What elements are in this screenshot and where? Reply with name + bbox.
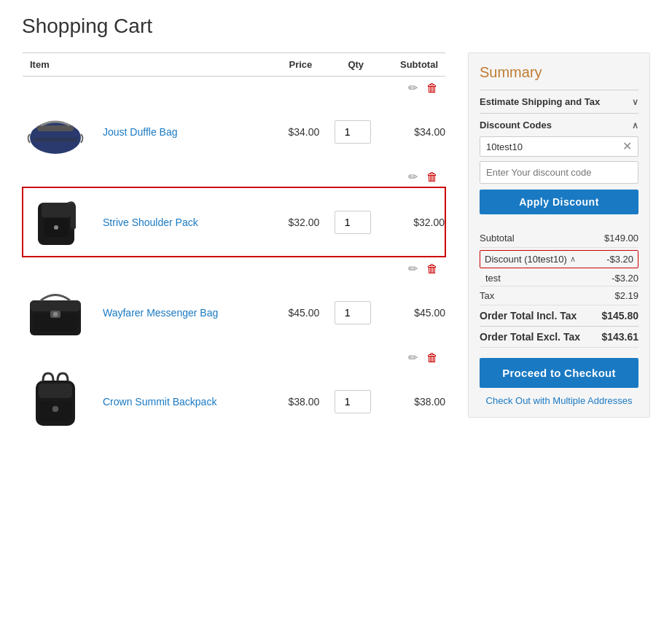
cart-item-row-2: Wayfarer Messenger Bag $45.00 $45.00 (23, 279, 445, 346)
order-total-excl-label: Order Total Excl. Tax (480, 331, 580, 343)
tax-row: Tax $2.19 (480, 287, 638, 305)
col-header-qty: Qty (319, 53, 371, 77)
qty-input-0[interactable] (335, 120, 371, 144)
item-name-link-1[interactable]: Strive Shoulder Pack (103, 217, 198, 228)
item-name-0: Joust Duffle Bag (103, 98, 266, 165)
col-header-subtotal: Subtotal (371, 53, 445, 77)
item-qty-1 (319, 187, 371, 257)
summary-totals: Subtotal $149.00 Discount (10test10) ∧ -… (480, 229, 638, 406)
discount-value: -$3.20 (606, 254, 633, 265)
order-total-excl-row: Order Total Excl. Tax $143.61 (480, 327, 638, 348)
applied-discount-tag: 10test10 ✕ (480, 136, 638, 157)
edit-item-button-2[interactable]: ✏ (407, 260, 419, 277)
cart-section: Item Price Qty Subtotal ✏ 🗑 (22, 52, 446, 435)
discount-code-input[interactable] (480, 161, 638, 184)
item-subtotal-1: $32.00 (371, 187, 445, 257)
subtotal-value: $149.00 (604, 233, 638, 244)
item-image-2 (23, 279, 103, 346)
cart-item-actions-1: ✏ 🗑 (23, 165, 445, 187)
delete-item-button-0[interactable]: 🗑 (425, 80, 439, 96)
item-subtotal-2: $45.00 (371, 279, 445, 346)
discount-codes-header[interactable]: Discount Codes ∧ (480, 120, 638, 136)
order-total-incl-label: Order Total Incl. Tax (480, 310, 577, 322)
discount-row: Discount (10test10) ∧ -$3.20 (480, 250, 638, 268)
item-name-3: Crown Summit Backpack (103, 367, 266, 435)
cart-item-actions-0: ✏ 🗑 (23, 77, 445, 98)
order-total-excl-value: $143.61 (601, 331, 638, 343)
qty-input-2[interactable] (335, 301, 371, 324)
edit-item-button-0[interactable]: ✏ (407, 79, 419, 96)
svg-rect-9 (30, 300, 81, 311)
item-price-0: $34.00 (266, 98, 319, 165)
item-name-link-3[interactable]: Crown Summit Backpack (103, 396, 216, 408)
item-image-0 (23, 98, 103, 165)
discount-sub-row: test -$3.20 (480, 270, 638, 287)
delete-item-button-1[interactable]: 🗑 (425, 169, 439, 185)
item-price-2: $45.00 (266, 279, 319, 346)
svg-rect-17 (53, 406, 58, 412)
item-name-2: Wayfarer Messenger Bag (103, 279, 266, 346)
discount-codes-section: Discount Codes ∧ 10test10 ✕ Apply Discou… (480, 113, 638, 220)
cart-table: Item Price Qty Subtotal ✏ 🗑 (22, 52, 446, 435)
main-layout: Item Price Qty Subtotal ✏ 🗑 (22, 52, 650, 435)
item-subtotal-3: $38.00 (371, 367, 445, 435)
svg-rect-3 (34, 138, 77, 141)
item-name-link-0[interactable]: Joust Duffle Bag (103, 126, 177, 138)
delete-item-button-2[interactable]: 🗑 (425, 261, 439, 277)
apply-discount-button[interactable]: Apply Discount (480, 190, 638, 214)
discount-sub-label: test (485, 273, 501, 284)
subtotal-label: Subtotal (480, 233, 515, 244)
item-image-3 (23, 367, 103, 435)
cart-item-actions-3: ✏ 🗑 (23, 346, 445, 367)
applied-code-text: 10test10 (486, 141, 523, 152)
summary-panel: Summary Estimate Shipping and Tax ∨ Disc… (468, 52, 650, 418)
item-qty-2 (319, 279, 371, 346)
order-total-incl-row: Order Total Incl. Tax $145.80 (480, 305, 638, 327)
svg-rect-14 (39, 383, 72, 398)
cart-table-header: Item Price Qty Subtotal (23, 53, 445, 77)
cart-item-row-0: Joust Duffle Bag $34.00 $34.00 (23, 98, 445, 165)
item-subtotal-0: $34.00 (371, 98, 445, 165)
summary-title: Summary (480, 64, 638, 81)
tax-value: $2.19 (614, 290, 638, 301)
discount-codes-chevron: ∧ (632, 120, 638, 131)
discount-codes-label: Discount Codes (480, 120, 552, 131)
item-name-1: Strive Shoulder Pack (103, 187, 266, 257)
delete-item-button-3[interactable]: 🗑 (425, 350, 439, 366)
estimate-shipping-chevron: ∨ (632, 97, 638, 107)
col-header-price: Price (266, 53, 319, 77)
edit-item-button-3[interactable]: ✏ (407, 349, 419, 366)
qty-input-3[interactable] (335, 390, 371, 413)
svg-rect-2 (37, 125, 74, 131)
discount-expand-chevron[interactable]: ∧ (570, 254, 576, 264)
item-price-1: $32.00 (266, 187, 319, 257)
discount-label: Discount (10test10) ∧ (485, 254, 576, 265)
cart-item-row-1: Strive Shoulder Pack $32.00 $32.00 (23, 187, 445, 257)
svg-point-7 (54, 225, 58, 230)
checkout-button[interactable]: Proceed to Checkout (480, 358, 638, 388)
page-title: Shopping Cart (22, 15, 650, 38)
discount-sub-value: -$3.20 (612, 273, 638, 284)
item-price-3: $38.00 (266, 367, 319, 435)
item-image-1 (23, 187, 103, 257)
svg-rect-5 (42, 203, 71, 217)
remove-discount-button[interactable]: ✕ (622, 141, 632, 152)
qty-input-1[interactable] (335, 211, 371, 234)
item-qty-3 (319, 367, 371, 435)
item-qty-0 (319, 98, 371, 165)
item-name-link-2[interactable]: Wayfarer Messenger Bag (103, 307, 218, 319)
estimate-shipping-header[interactable]: Estimate Shipping and Tax ∨ (480, 90, 638, 113)
col-header-item: Item (23, 53, 266, 77)
edit-item-button-1[interactable]: ✏ (407, 168, 419, 185)
cart-item-actions-2: ✏ 🗑 (23, 257, 445, 279)
multi-address-link[interactable]: Check Out with Multiple Addresses (480, 395, 638, 406)
svg-rect-12 (53, 312, 58, 316)
order-total-incl-value: $145.80 (601, 310, 638, 322)
tax-label: Tax (480, 290, 494, 301)
estimate-shipping-label: Estimate Shipping and Tax (480, 96, 600, 107)
subtotal-row: Subtotal $149.00 (480, 229, 638, 248)
cart-item-row-3: Crown Summit Backpack $38.00 $38.00 (23, 367, 445, 435)
